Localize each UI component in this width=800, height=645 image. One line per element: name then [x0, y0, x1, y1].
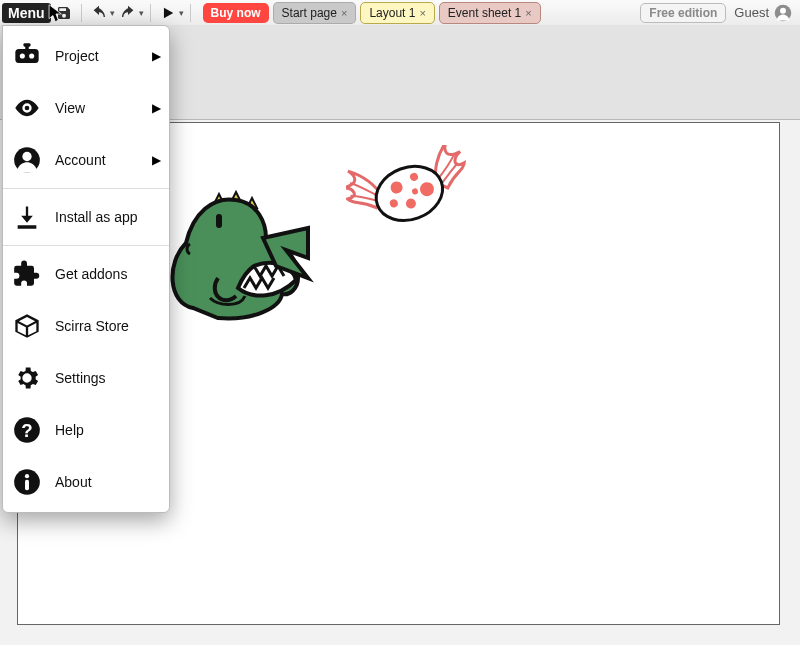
- menu-label: Get addons: [55, 266, 127, 282]
- guest-label: Guest: [734, 5, 769, 20]
- undo-dropdown[interactable]: ▾: [110, 8, 115, 18]
- sprite-dragon[interactable]: [158, 188, 318, 328]
- tab-label: Event sheet 1: [448, 6, 521, 20]
- svg-rect-10: [15, 49, 38, 63]
- svg-rect-2: [216, 214, 222, 228]
- menu-label: About: [55, 474, 92, 490]
- close-icon[interactable]: ×: [419, 7, 425, 19]
- chevron-right-icon: ▶: [152, 49, 161, 63]
- close-icon[interactable]: ×: [341, 7, 347, 19]
- redo-dropdown[interactable]: ▾: [139, 8, 144, 18]
- svg-point-21: [25, 474, 29, 478]
- tab-label: Start page: [282, 6, 337, 20]
- toolbar-separator: [150, 4, 151, 22]
- download-icon: [13, 203, 41, 231]
- puzzle-icon: [13, 260, 41, 288]
- menu-item-help[interactable]: ? Help: [3, 404, 169, 456]
- menu-label: Settings: [55, 370, 106, 386]
- redo-icon[interactable]: [117, 2, 139, 24]
- menu-item-install[interactable]: Install as app: [3, 191, 169, 243]
- menu-label: Project: [55, 48, 99, 64]
- menu-item-account[interactable]: Account ▶: [3, 134, 169, 186]
- svg-point-1: [780, 7, 786, 13]
- project-icon: [13, 42, 41, 70]
- menu-item-addons[interactable]: Get addons: [3, 248, 169, 300]
- document-tabs: Buy now Start page × Layout 1 × Event sh…: [203, 2, 541, 24]
- menu-divider: [3, 245, 169, 246]
- svg-point-17: [22, 152, 31, 161]
- tab-layout-1[interactable]: Layout 1 ×: [360, 2, 434, 24]
- guest-account[interactable]: Guest: [734, 4, 792, 22]
- svg-point-15: [25, 106, 30, 111]
- play-icon[interactable]: [157, 2, 179, 24]
- menu-item-view[interactable]: View ▶: [3, 82, 169, 134]
- menu-label: Help: [55, 422, 84, 438]
- chevron-right-icon: ▶: [152, 101, 161, 115]
- toolbar-separator: [81, 4, 82, 22]
- tab-start-page[interactable]: Start page ×: [273, 2, 357, 24]
- svg-rect-14: [24, 43, 31, 47]
- free-edition-badge[interactable]: Free edition: [640, 3, 726, 23]
- gear-icon: [13, 364, 41, 392]
- menu-button[interactable]: Menu: [2, 3, 51, 23]
- menu-label: Scirra Store: [55, 318, 129, 334]
- svg-point-11: [20, 53, 25, 58]
- help-icon: ?: [13, 416, 41, 444]
- menu-item-project[interactable]: Project ▶: [3, 30, 169, 82]
- menu-label: Install as app: [55, 209, 138, 225]
- undo-icon[interactable]: [88, 2, 110, 24]
- tab-event-sheet-1[interactable]: Event sheet 1 ×: [439, 2, 541, 24]
- close-icon[interactable]: ×: [525, 7, 531, 19]
- tab-buy-now[interactable]: Buy now: [203, 3, 269, 23]
- menu-item-settings[interactable]: Settings: [3, 352, 169, 404]
- user-icon: [774, 4, 792, 22]
- account-icon: [13, 146, 41, 174]
- svg-text:?: ?: [21, 420, 32, 441]
- menu-item-store[interactable]: Scirra Store: [3, 300, 169, 352]
- menu-label: Account: [55, 152, 106, 168]
- tab-label: Layout 1: [369, 6, 415, 20]
- save-icon[interactable]: [53, 2, 75, 24]
- chevron-right-icon: ▶: [152, 153, 161, 167]
- sprite-candy[interactable]: [346, 145, 476, 245]
- svg-rect-22: [25, 480, 29, 491]
- box-icon: [13, 312, 41, 340]
- menu-label: View: [55, 100, 85, 116]
- svg-point-12: [29, 53, 34, 58]
- info-icon: [13, 468, 41, 496]
- toolbar-separator: [190, 4, 191, 22]
- menu-item-about[interactable]: About: [3, 456, 169, 508]
- eye-icon: [13, 94, 41, 122]
- menu-divider: [3, 188, 169, 189]
- top-toolbar: Menu ▾ ▾ ▾ Buy now Start page × Layout 1…: [0, 0, 800, 26]
- main-menu-dropdown: Project ▶ View ▶ Account ▶ Install as ap…: [2, 25, 170, 513]
- play-dropdown[interactable]: ▾: [179, 8, 184, 18]
